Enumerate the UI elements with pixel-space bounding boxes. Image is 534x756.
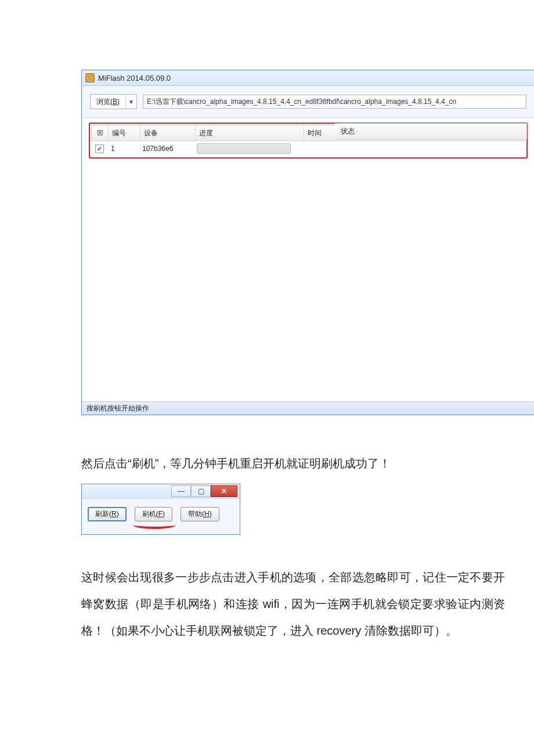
crop-titlebar: — ▢ ✕ <box>82 484 240 498</box>
row-progress-bar <box>197 143 291 154</box>
toolbar: 浏览(B) ▼ E:\迅雷下载\cancro_alpha_images_4.8.… <box>82 86 534 118</box>
col-time[interactable]: 时间 <box>304 125 337 141</box>
rom-path-input[interactable]: E:\迅雷下载\cancro_alpha_images_4.8.15_4.4_c… <box>143 95 526 109</box>
maximize-button[interactable]: ▢ <box>191 485 211 497</box>
col-checkbox[interactable]: ☒ <box>92 125 109 141</box>
col-progress[interactable]: 进度 <box>196 125 304 141</box>
table-row[interactable]: ✔ 1 107b36e6 <box>91 141 525 156</box>
instruction-paragraph-1: 然后点击“刷机”，等几分钟手机重启开机就证明刷机成功了！ <box>81 450 505 477</box>
col-device[interactable]: 设备 <box>140 125 196 141</box>
miflash-window: MiFlash 2014.05.09.0 浏览(B) ▼ E:\迅雷下载\can… <box>81 70 534 415</box>
help-button[interactable]: 帮助(H) <box>181 507 219 521</box>
row-checkbox[interactable]: ✔ <box>95 145 104 153</box>
annotation-red-underline <box>133 521 176 529</box>
col-status[interactable]: 状态 <box>335 124 526 139</box>
browse-splitbutton[interactable]: 浏览(B) ▼ <box>90 94 137 109</box>
row-device: 107b36e6 <box>139 145 193 153</box>
titlebar: MiFlash 2014.05.09.0 <box>82 70 534 86</box>
close-button[interactable]: ✕ <box>211 485 237 497</box>
miflash-crop-window: — ▢ ✕ 刷新(R) 刷机(F) 帮助(H) <box>81 484 240 535</box>
chevron-down-icon[interactable]: ▼ <box>126 99 136 105</box>
window-title: MiFlash 2014.05.09.0 <box>98 74 171 82</box>
browse-button-label[interactable]: 浏览(B) <box>91 95 126 109</box>
row-id: 1 <box>107 145 139 153</box>
instruction-paragraph-2: 这时候会出现很多一步步点击进入手机的选项，全部选忽略即可，记住一定不要开蜂窝数据… <box>81 564 505 644</box>
app-icon <box>85 73 95 82</box>
statusbar: 按刷机按钮开始操作 <box>82 401 534 415</box>
minimize-button[interactable]: — <box>171 485 191 497</box>
flash-button[interactable]: 刷机(F) <box>135 507 172 521</box>
refresh-button[interactable]: 刷新(R) <box>88 507 127 521</box>
device-grid: ☒ 编号 设备 进度 时间 ✔ 1 107b36e6 <box>82 118 534 401</box>
col-id[interactable]: 编号 <box>109 125 140 141</box>
